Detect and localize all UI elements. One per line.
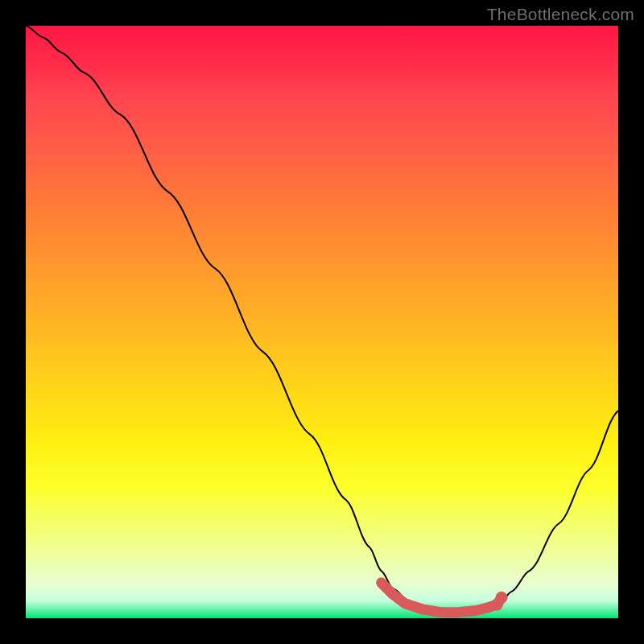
optimal-zone-marker [382, 583, 502, 613]
chart-svg [26, 26, 618, 618]
bottleneck-curve-line [26, 26, 618, 613]
watermark-text: TheBottleneck.com [487, 5, 634, 24]
optimal-zone-dot [496, 592, 508, 604]
chart-plot-area [26, 26, 618, 618]
optimal-zone-dots [491, 592, 508, 611]
